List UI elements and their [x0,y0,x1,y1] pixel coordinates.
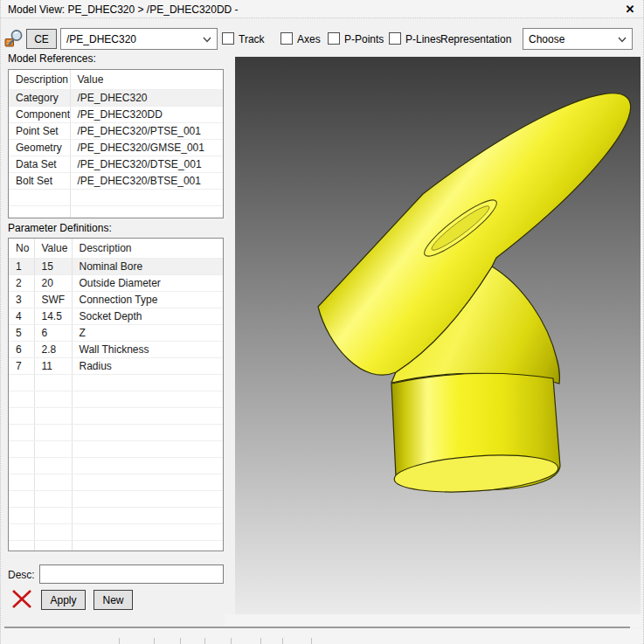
table-cell [34,490,72,507]
table-cell: SWF [34,291,72,308]
representation-value: Choose [529,33,613,45]
empty-table-row[interactable] [9,374,223,391]
element-name-combobox[interactable]: /PE_DHEC320 [60,28,218,50]
empty-table-row[interactable] [9,391,223,407]
column-header[interactable]: No [9,239,34,258]
table-cell: 4 [9,308,34,324]
table-cell [72,540,223,551]
table-cell [9,474,34,490]
table-cell: Outside Diameter [72,274,223,291]
table-cell [34,474,72,490]
table-cell [34,523,72,540]
table-row[interactable]: 220Outside Diameter [9,274,223,291]
table-cell: Component [9,106,70,122]
table-cell [70,189,223,205]
table-cell [72,424,223,440]
empty-table-row[interactable] [9,189,223,205]
table-cell [34,391,72,407]
tick-mark [282,638,283,644]
table-row[interactable]: 414.5Socket Depth [9,308,223,324]
table-row[interactable]: Category/PE_DHEC320 [9,89,223,106]
table-cell [9,205,70,218]
table-cell: Z [72,324,223,341]
column-header[interactable]: Description [9,70,70,89]
apply-button[interactable]: Apply [41,590,86,610]
table-cell: 15 [34,258,72,274]
table-cell: Category [9,89,70,106]
empty-table-row[interactable] [9,474,223,490]
column-header[interactable]: Value [70,70,223,89]
table-cell [72,523,223,540]
table-cell [9,424,34,440]
close-icon[interactable]: ✕ [623,3,637,17]
table-cell: Point Set [9,122,70,139]
table-cell [72,374,223,391]
table-cell [72,391,223,407]
table-row[interactable]: 711Radius [9,357,223,374]
table-cell: Nominal Bore [72,258,223,274]
table-cell [34,424,72,440]
p-points-checkbox[interactable] [328,32,340,45]
table-cell: /PE_DHEC320/BTSE_001 [70,172,223,189]
table-cell [9,189,70,205]
table-cell: /PE_DHEC320/PTSE_001 [70,122,223,139]
model-view-window: Model View: PE_DHEC320 > /PE_DHEC320DD -… [0,0,644,644]
table-cell: /PE_DHEC320/DTSE_001 [70,156,223,172]
column-header[interactable]: Description [72,239,223,258]
desc-input[interactable] [39,564,224,584]
axes-checkbox[interactable] [280,32,293,45]
tick-mark [311,638,312,644]
table-cell: 6 [34,324,72,341]
table-row[interactable]: Point Set/PE_DHEC320/PTSE_001 [9,122,223,139]
table-cell [72,474,223,490]
p-points-checkbox-label: P-Points [344,33,384,45]
pipe-elbow-model [235,57,641,614]
3d-viewport[interactable] [235,57,641,614]
discard-icon[interactable] [10,587,33,611]
table-cell [9,374,34,391]
chevron-down-icon [203,37,211,43]
table-cell [34,440,72,457]
table-cell: 14.5 [34,308,72,324]
empty-table-row[interactable] [9,507,223,523]
table-row[interactable]: Geometry/PE_DHEC320/GMSE_001 [9,139,223,156]
table-row[interactable]: Data Set/PE_DHEC320/DTSE_001 [9,156,223,172]
table-cell [72,490,223,507]
track-checkbox-label: Track [239,33,265,45]
table-row[interactable]: 3SWFConnection Type [9,291,223,308]
table-cell: 20 [34,274,72,291]
parameter-definitions-table: NoValueDescription115Nominal Bore220Outs… [8,238,224,551]
empty-table-row[interactable] [9,490,223,507]
table-cell [72,457,223,474]
empty-table-row[interactable] [9,457,223,474]
table-cell [9,440,34,457]
p-lines-checkbox[interactable] [389,32,401,45]
chevron-down-icon [618,37,627,43]
empty-table-row[interactable] [9,205,223,218]
tick-mark [154,638,155,644]
search-model-icon[interactable] [4,29,24,48]
table-cell: 3 [9,291,34,308]
empty-table-row[interactable] [9,424,223,440]
table-cell [9,523,34,540]
table-row[interactable]: 62.8Wall Thickness [9,341,223,357]
column-header[interactable]: Value [34,239,72,258]
empty-table-row[interactable] [9,540,223,551]
representation-combobox[interactable]: Choose [523,28,633,50]
empty-table-row[interactable] [9,440,223,457]
empty-table-row[interactable] [9,407,223,424]
track-checkbox[interactable] [222,32,234,45]
table-row[interactable]: 115Nominal Bore [9,258,223,274]
empty-table-row[interactable] [9,523,223,540]
tick-mark [204,638,205,644]
ce-button[interactable]: CE [26,29,57,49]
table-row[interactable]: 56Z [9,324,223,341]
table-row[interactable]: Bolt Set/PE_DHEC320/BTSE_001 [9,172,223,189]
table-cell [9,507,34,523]
viewport-margin [225,614,642,627]
table-row[interactable]: Component/PE_DHEC320DD [9,106,223,122]
table-cell [9,540,34,551]
new-button[interactable]: New [93,590,133,610]
table-cell [72,507,223,523]
table-cell: 6 [9,341,34,357]
